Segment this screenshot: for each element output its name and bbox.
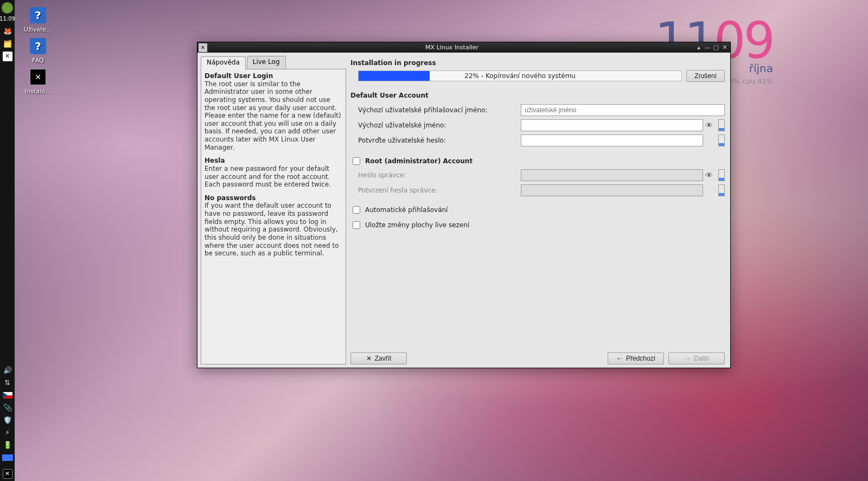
user-password-input[interactable] — [521, 119, 703, 131]
tab-livelog[interactable]: Live Log — [247, 56, 286, 69]
next-button-label: Další — [694, 355, 709, 362]
installer-window: ✕ MX Linux Installer ▴ — ▢ ✕ Nápověda Li… — [197, 42, 731, 368]
root-password-label: Heslo správce: — [358, 171, 521, 179]
user-confirm-label: Potvrďte uživatelské heslo: — [358, 137, 521, 144]
maximize-icon[interactable]: ▢ — [712, 43, 720, 52]
footer: ✕ Zavřít ← Předchozí → Další — [350, 350, 725, 364]
root-section: Root (administrator) Account — [350, 156, 725, 166]
password-strength-meter — [718, 119, 725, 131]
clipboard-icon[interactable]: 📎 — [2, 402, 13, 413]
close-button-label: Zavřít — [375, 355, 392, 362]
window-titlebar[interactable]: ✕ MX Linux Installer ▴ — ▢ ✕ — [197, 42, 730, 53]
close-icon: ✕ — [366, 355, 372, 362]
terminal-icon[interactable]: ✕ — [2, 50, 13, 62]
save-desktop-label: Uložte změny plochy live sezení — [365, 221, 469, 229]
close-button[interactable]: ✕ Zavřít — [350, 352, 407, 364]
firefox-icon[interactable]: 🦊 — [2, 25, 13, 37]
close-icon[interactable]: ✕ — [720, 43, 729, 52]
minimize-icon[interactable]: — — [703, 43, 712, 52]
save-desktop-checkbox[interactable] — [353, 221, 360, 229]
keyboard-layout-icon[interactable] — [2, 389, 13, 401]
task-indicator[interactable] — [2, 452, 13, 463]
login-input[interactable] — [521, 104, 725, 116]
password-strength-meter — [718, 169, 725, 181]
files-icon[interactable]: 🗂️ — [2, 38, 13, 49]
help-icon: ? — [28, 36, 48, 56]
root-password-confirm-input — [521, 184, 703, 196]
root-password-input — [521, 169, 703, 181]
autologin-label: Automatické přihlašování — [365, 206, 448, 214]
user-heading: Default User Account — [350, 92, 725, 99]
mx-menu-icon[interactable]: ✕ — [2, 468, 13, 479]
mx-icon: ✕ — [28, 67, 48, 87]
updater-icon[interactable]: 🛡️ — [2, 414, 13, 426]
help-icon: ? — [28, 5, 48, 25]
shade-icon[interactable]: ▴ — [694, 43, 703, 52]
desktop-icon-installer[interactable]: ✕ Instalo… — [22, 67, 54, 95]
progress-bar: 22% - Kopírování nového systému — [358, 70, 682, 81]
help-h2: Hesla — [205, 157, 342, 165]
network-icon[interactable]: ⇅ — [2, 377, 13, 388]
menu-icon[interactable] — [2, 2, 13, 14]
help-b3: If you want the default user account to … — [205, 202, 339, 257]
root-heading: Root (administrator) Account — [365, 157, 473, 165]
main-pane: Installation in progress 22% - Kopírován… — [350, 56, 727, 364]
window-title: MX Linux Installer — [209, 44, 694, 51]
next-button: → Další — [668, 352, 725, 364]
desktop-icon-label: Uživate… — [24, 26, 52, 33]
prev-button[interactable]: ← Předchozí — [608, 352, 664, 364]
arrow-right-icon: → — [684, 355, 691, 362]
desktop-icon-faq[interactable]: ? FAQ — [22, 36, 54, 64]
user-password-confirm-input[interactable] — [521, 134, 703, 146]
desktop-icon-label: Instalo… — [25, 88, 51, 95]
panel-left: 11:09 🦊 🗂️ ✕ 🔊 ⇅ 📎 🛡️ ⚡ 🔋 ✕ — [0, 0, 15, 481]
app-icon: ✕ — [199, 43, 207, 52]
desktop-icon-uzivatel[interactable]: ? Uživate… — [22, 5, 54, 33]
help-content: Default User Login The root user is simi… — [201, 69, 346, 364]
help-b1: The root user is similar to the Administ… — [205, 80, 341, 151]
help-h1: Default User Login — [205, 72, 342, 80]
password-strength-meter — [718, 184, 725, 196]
power-icon[interactable]: ⚡ — [2, 427, 13, 438]
login-label: Výchozí uživatelské přihlašovací jméno: — [358, 106, 521, 114]
autologin-checkbox[interactable] — [353, 206, 360, 214]
desktop-icon-label: FAQ — [32, 57, 43, 64]
battery-icon[interactable]: 🔋 — [2, 439, 13, 451]
help-b2: Enter a new password for your default us… — [205, 165, 331, 188]
help-pane: Nápověda Live Log Default User Login The… — [201, 56, 346, 364]
eye-icon: 👁 — [703, 169, 715, 181]
tab-help[interactable]: Nápověda — [201, 56, 246, 69]
cancel-button[interactable]: Zrušení — [686, 70, 725, 82]
volume-icon[interactable]: 🔊 — [2, 364, 13, 376]
password-strength-meter — [718, 134, 725, 146]
progress-heading: Installation in progress — [350, 59, 725, 67]
username-label: Výchozí uživatelské jméno: — [358, 121, 521, 129]
progress-text: 22% - Kopírování nového systému — [359, 71, 681, 81]
panel-clock: 11:09 — [0, 16, 15, 22]
help-h3: No passwords — [205, 194, 342, 202]
eye-icon[interactable]: 👁 — [703, 119, 715, 131]
arrow-left-icon: ← — [616, 355, 623, 362]
help-tabstrip: Nápověda Live Log — [201, 56, 346, 69]
root-enable-checkbox[interactable] — [353, 157, 360, 165]
desktop-icons: ? Uživate… ? FAQ ✕ Instalo… — [22, 5, 54, 95]
prev-button-label: Předchozí — [626, 355, 655, 362]
root-confirm-label: Potvrzení hesla správce: — [358, 187, 521, 194]
